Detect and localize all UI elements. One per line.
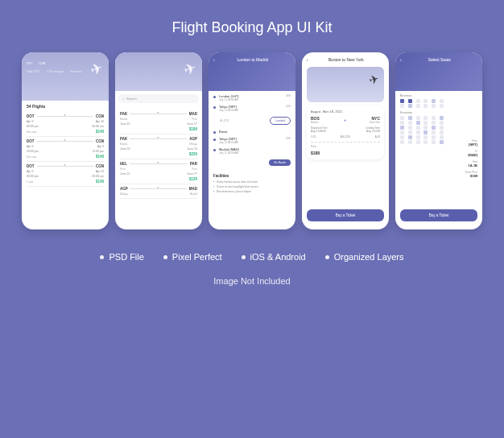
tab-to[interactable]: CGN [39, 62, 45, 65]
seat[interactable] [440, 99, 444, 103]
seat[interactable] [432, 104, 436, 108]
seat-grid-economy [400, 116, 447, 144]
search-input[interactable]: ⌕ Search [118, 94, 199, 103]
seat[interactable] [408, 135, 412, 139]
facilities-title: Facilities [213, 174, 291, 178]
seat[interactable] [432, 126, 436, 130]
flight-card[interactable]: PAKMAD MadridParis June 15June 17 $190 [120, 110, 197, 134]
screen-title: Select Seats [428, 57, 451, 62]
seat[interactable] [400, 121, 404, 125]
plane-icon: ✈ [344, 118, 346, 122]
seat[interactable] [440, 104, 444, 108]
flight-card[interactable]: DOTCGN Apr 9Apr 9 10:00 pm11:00 pm Non-s… [27, 137, 104, 162]
seat[interactable] [423, 135, 428, 139]
seat[interactable] [400, 116, 404, 120]
seat[interactable] [400, 126, 404, 130]
seat-value: 1A-1B [465, 163, 477, 167]
seat[interactable] [408, 126, 412, 130]
buy-ticket-button[interactable]: Buy a Ticket [400, 209, 477, 221]
bullet-icon [100, 255, 104, 259]
seat[interactable] [432, 116, 436, 120]
arr-time: 05:00 am [92, 125, 104, 128]
seat[interactable] [423, 121, 428, 125]
price-value: $189 [465, 174, 477, 178]
time-label: July, 11 08:00 AM [219, 98, 283, 101]
page-title: Flight Booking App UI Kit [171, 19, 332, 36]
flight-id: AL-6732 [220, 119, 229, 122]
footer-note: Image Not Included [213, 276, 290, 286]
seat[interactable] [440, 135, 444, 139]
route-title: London to Madrid [237, 57, 268, 62]
from-city: Boston [311, 121, 320, 124]
seat[interactable] [432, 121, 436, 125]
screen-select-seats: ‹ Select Seats Business Economy From(NRT… [395, 52, 482, 229]
timeline-item: Tokyo (NRT) July, 12 08:00 AM 14% [213, 105, 291, 112]
seat[interactable] [400, 140, 404, 144]
flight-number: AG-1223 [341, 135, 350, 138]
buy-ticket-button[interactable]: Buy a Ticket [307, 209, 384, 221]
seat[interactable] [440, 116, 444, 120]
feature-list: PSD File Pixel Perfect iOS & Android Org… [100, 252, 403, 262]
back-icon[interactable]: ‹ [307, 57, 308, 62]
seat[interactable] [408, 99, 412, 103]
seat[interactable] [408, 140, 412, 144]
seat[interactable] [416, 135, 420, 139]
screen3-header: ‹ London to Madrid [209, 52, 295, 91]
seat[interactable] [416, 121, 420, 125]
facility-item: •Donec facilisis mauris vitae nisl rutru… [213, 180, 291, 184]
seat[interactable] [432, 140, 436, 144]
seat[interactable] [400, 135, 404, 139]
seat[interactable] [432, 99, 436, 103]
flight-card[interactable]: AGPMAD MálagaMadrid [120, 184, 197, 199]
seat[interactable] [423, 140, 428, 144]
hero-image: ✈ [307, 67, 384, 102]
seat[interactable] [440, 121, 444, 125]
seat[interactable] [408, 130, 412, 134]
feature-item: Organized Layers [325, 252, 404, 262]
arr-date: Apr 10 [96, 120, 104, 123]
timeline-item: London (LHT) July, 11 08:00 AM 56% [213, 94, 291, 101]
seat[interactable] [423, 99, 428, 103]
seat[interactable] [400, 99, 404, 103]
seat[interactable] [408, 104, 412, 108]
seat[interactable] [440, 126, 444, 130]
screen-flights-list: DOT CGN 9 Apr 2021 1 Passengers Business… [22, 52, 109, 229]
screen2-header: ✈ [115, 52, 202, 91]
seat[interactable] [408, 121, 412, 125]
seat[interactable] [423, 104, 428, 108]
screen-ticket-details: ‹ Boston to New York ✈ August, Mon 18, 2… [302, 52, 389, 229]
seat[interactable] [440, 140, 444, 144]
back-icon[interactable]: ‹ [213, 57, 215, 62]
price: $189 [311, 151, 380, 155]
header-passengers: 1 Passengers [47, 70, 64, 73]
flight-card[interactable]: HELPAR ParisParis June 25June 27 $120 [120, 159, 197, 184]
seat[interactable] [408, 116, 412, 120]
seat[interactable] [400, 130, 404, 134]
flights-count: 54 Flights [27, 104, 104, 109]
screen5-header: ‹ Select Seats [395, 52, 482, 91]
tab-from[interactable]: DOT [27, 62, 32, 65]
flight-card[interactable]: PAKAGP MadridMálaga June 23June 23 $220 [120, 134, 197, 159]
flight-card[interactable]: DOTCGN Apr 9Apr 10 09:00 pm05:00 am 1 st… [27, 162, 104, 187]
back-icon[interactable]: ‹ [400, 57, 402, 62]
seat[interactable] [423, 116, 428, 120]
seat[interactable] [416, 104, 420, 108]
seat[interactable] [400, 104, 404, 108]
timeline-dot-icon [213, 106, 216, 109]
seat[interactable] [423, 130, 428, 134]
seat[interactable] [423, 126, 428, 130]
seat[interactable] [416, 130, 420, 134]
seat[interactable] [432, 130, 436, 134]
break-label: Break [213, 130, 291, 134]
seat[interactable] [416, 140, 420, 144]
seat[interactable] [432, 135, 436, 139]
feature-item: Pixel Perfect [163, 252, 222, 262]
seat[interactable] [416, 99, 420, 103]
seat[interactable] [440, 130, 444, 134]
search-placeholder: Search [126, 97, 137, 101]
route-title: Boston to New York [328, 57, 364, 62]
seat[interactable] [416, 126, 420, 130]
seat[interactable] [416, 116, 420, 120]
flight-card[interactable]: DOTCGN Apr 9Apr 10 09:00 pm05:00 am Non-… [27, 112, 104, 137]
price: $140 [96, 130, 104, 134]
